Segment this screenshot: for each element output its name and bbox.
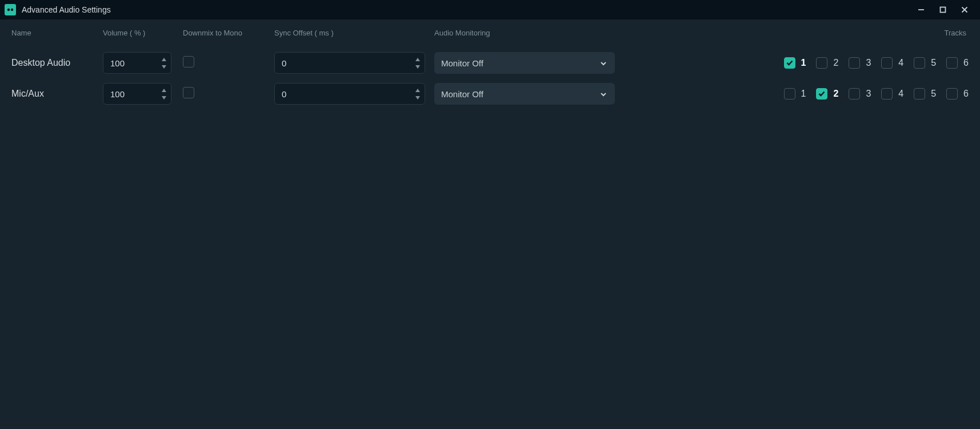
track-checkbox-4[interactable]	[881, 88, 893, 100]
sync-cell	[274, 78, 434, 109]
track-checkbox-6[interactable]	[946, 88, 958, 100]
sync-offset-input[interactable]	[275, 84, 412, 104]
track-item: 5	[914, 57, 936, 69]
downmix-cell	[183, 82, 274, 105]
track-checkbox-5[interactable]	[914, 57, 925, 69]
chevron-down-icon	[600, 58, 607, 68]
track-checkbox-3[interactable]	[849, 57, 860, 69]
maximize-button[interactable]	[932, 0, 954, 19]
track-checkbox-1[interactable]	[784, 57, 795, 69]
track-label: 3	[866, 58, 871, 68]
track-checkbox-4[interactable]	[881, 57, 893, 69]
track-item: 2	[816, 57, 838, 69]
source-name: Mic/Aux	[11, 84, 103, 104]
monitoring-cell: Monitor Off	[434, 47, 663, 78]
volume-input[interactable]	[103, 53, 158, 73]
col-header-volume: Volume ( % )	[103, 29, 183, 47]
volume-spinbox[interactable]	[103, 83, 171, 105]
minimize-button[interactable]	[910, 0, 932, 19]
track-label: 5	[931, 89, 936, 99]
sync-offset-input[interactable]	[275, 53, 412, 73]
close-button[interactable]	[954, 0, 975, 19]
downmix-checkbox[interactable]	[183, 56, 194, 67]
track-checkbox-3[interactable]	[849, 88, 860, 100]
track-item: 3	[849, 57, 871, 69]
track-item: 6	[946, 88, 969, 100]
track-label: 6	[963, 89, 969, 99]
sync-offset-spinbox[interactable]	[274, 52, 425, 74]
svg-point-1	[11, 9, 13, 11]
audio-monitoring-dropdown[interactable]: Monitor Off	[434, 52, 615, 74]
track-item: 5	[914, 88, 936, 100]
track-item: 3	[849, 88, 871, 100]
track-label: 1	[801, 58, 806, 68]
sync-offset-spinbox[interactable]	[274, 83, 425, 105]
track-item: 4	[881, 88, 903, 100]
content-area: Name Volume ( % ) Downmix to Mono Sync O…	[0, 19, 980, 109]
track-label: 2	[833, 58, 838, 68]
spin-up-button[interactable]	[159, 56, 169, 63]
volume-input[interactable]	[103, 84, 158, 104]
window-title: Advanced Audio Settings	[22, 5, 111, 14]
track-checkbox-2[interactable]	[816, 57, 827, 69]
col-header-tracks: Tracks	[663, 29, 969, 47]
spin-down-button[interactable]	[413, 63, 422, 70]
track-checkbox-1[interactable]	[784, 88, 795, 100]
source-name: Desktop Audio	[11, 53, 103, 73]
track-label: 4	[898, 89, 903, 99]
audio-monitoring-value: Monitor Off	[441, 58, 483, 68]
track-checkbox-2[interactable]	[816, 88, 827, 100]
track-item: 4	[881, 57, 903, 69]
track-label: 3	[866, 89, 871, 99]
audio-monitoring-dropdown[interactable]: Monitor Off	[434, 83, 615, 105]
track-checkbox-6[interactable]	[946, 57, 958, 69]
track-item: 6	[946, 57, 969, 69]
track-label: 1	[801, 89, 806, 99]
spin-down-button[interactable]	[413, 94, 422, 101]
col-header-downmix: Downmix to Mono	[183, 29, 274, 47]
svg-rect-3	[941, 7, 946, 13]
track-label: 6	[963, 58, 969, 68]
tracks-cell: 1 2 3 4 5 6	[663, 53, 969, 73]
audio-monitoring-value: Monitor Off	[441, 89, 483, 99]
col-header-monitoring: Audio Monitoring	[434, 29, 663, 47]
downmix-checkbox[interactable]	[183, 87, 194, 98]
track-label: 5	[931, 58, 936, 68]
volume-cell	[103, 47, 183, 78]
track-item: 1	[784, 57, 806, 69]
spin-down-button[interactable]	[159, 94, 169, 101]
spin-up-button[interactable]	[159, 87, 169, 94]
monitoring-cell: Monitor Off	[434, 78, 663, 109]
svg-point-0	[7, 9, 10, 11]
volume-spinbox[interactable]	[103, 52, 171, 74]
spin-up-button[interactable]	[413, 87, 422, 94]
spin-up-button[interactable]	[413, 56, 422, 63]
tracks-cell: 1 2 3 4 5 6	[663, 84, 969, 104]
sync-cell	[274, 47, 434, 78]
downmix-cell	[183, 51, 274, 74]
spin-down-button[interactable]	[159, 63, 169, 70]
track-item: 1	[784, 88, 806, 100]
titlebar: Advanced Audio Settings	[0, 0, 980, 19]
track-item: 2	[816, 88, 838, 100]
track-checkbox-5[interactable]	[914, 88, 925, 100]
track-label: 2	[833, 89, 838, 99]
volume-cell	[103, 78, 183, 109]
app-icon	[5, 4, 16, 15]
track-label: 4	[898, 58, 903, 68]
chevron-down-icon	[600, 89, 607, 99]
col-header-sync: Sync Offset ( ms )	[274, 29, 434, 47]
col-header-name: Name	[11, 29, 103, 47]
